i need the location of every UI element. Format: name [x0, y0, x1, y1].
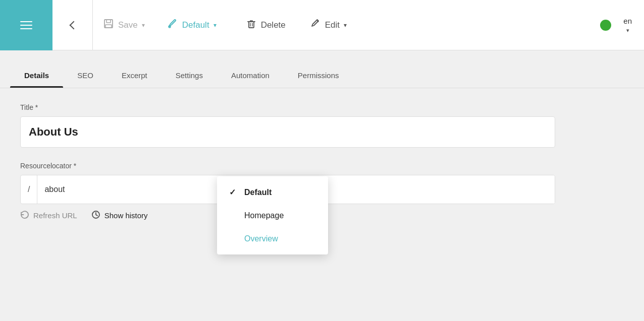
brush-icon [167, 18, 178, 32]
dropdown-item-homepage[interactable]: Homepage [217, 204, 328, 227]
trash-icon [246, 18, 257, 32]
tab-excerpt[interactable]: Excerpt [108, 71, 162, 88]
check-icon: ✓ [229, 187, 238, 197]
template-dropdown: ✓ Default Homepage Overview [217, 176, 328, 254]
template-caret-icon: ▾ [213, 22, 217, 29]
dropdown-overview-label: Overview [244, 234, 278, 243]
url-prefix: / [21, 175, 37, 204]
template-button[interactable]: Default ▾ [155, 0, 229, 50]
dropdown-default-label: Default [244, 188, 272, 197]
svg-rect-1 [106, 20, 111, 23]
save-icon [103, 18, 114, 32]
hamburger-button[interactable] [0, 0, 52, 50]
dropdown-item-default[interactable]: ✓ Default [217, 180, 328, 204]
title-label: Title * [20, 103, 624, 111]
lang-caret-icon: ▾ [626, 27, 629, 34]
template-label: Default [182, 20, 209, 30]
refresh-url-button[interactable]: Refresh URL [20, 210, 77, 221]
save-button[interactable]: Save ▾ [93, 0, 155, 50]
save-caret-icon: ▾ [142, 22, 145, 29]
resourcelocator-label: Resourcelocator * [20, 162, 624, 170]
save-label: Save [118, 20, 138, 30]
back-button[interactable] [52, 0, 93, 50]
tab-permissions[interactable]: Permissions [284, 71, 353, 88]
edit-label: Edit [325, 20, 340, 30]
svg-rect-2 [105, 25, 112, 28]
language-button[interactable]: en ▾ [611, 0, 644, 50]
delete-label: Delete [261, 20, 286, 30]
refresh-icon [20, 210, 29, 221]
tabs-bar: Details SEO Excerpt Settings Automation … [0, 50, 644, 88]
svg-rect-4 [249, 22, 254, 28]
tab-seo[interactable]: SEO [63, 71, 108, 88]
title-input[interactable] [20, 116, 555, 148]
delete-button[interactable]: Delete [234, 0, 298, 50]
show-history-label: Show history [104, 211, 148, 220]
hamburger-icon [20, 21, 32, 29]
dropdown-homepage-label: Homepage [244, 211, 284, 220]
main-content: Title * Resourcelocator * / Refresh URL [0, 88, 644, 236]
show-history-button[interactable]: Show history [91, 210, 148, 221]
tab-settings[interactable]: Settings [162, 71, 217, 88]
status-dot [600, 20, 611, 31]
dropdown-item-overview[interactable]: Overview [217, 227, 328, 250]
refresh-url-label: Refresh URL [33, 211, 77, 220]
back-chevron-icon [70, 21, 78, 29]
edit-caret-icon: ▾ [344, 22, 347, 29]
top-bar: Save ▾ Default ▾ Delete [0, 0, 644, 50]
tab-automation[interactable]: Automation [217, 71, 284, 88]
lang-label: en [623, 17, 632, 25]
history-icon [91, 210, 100, 221]
edit-button[interactable]: Edit ▾ [298, 0, 359, 50]
pencil-icon [310, 18, 321, 32]
tab-details[interactable]: Details [10, 71, 63, 88]
